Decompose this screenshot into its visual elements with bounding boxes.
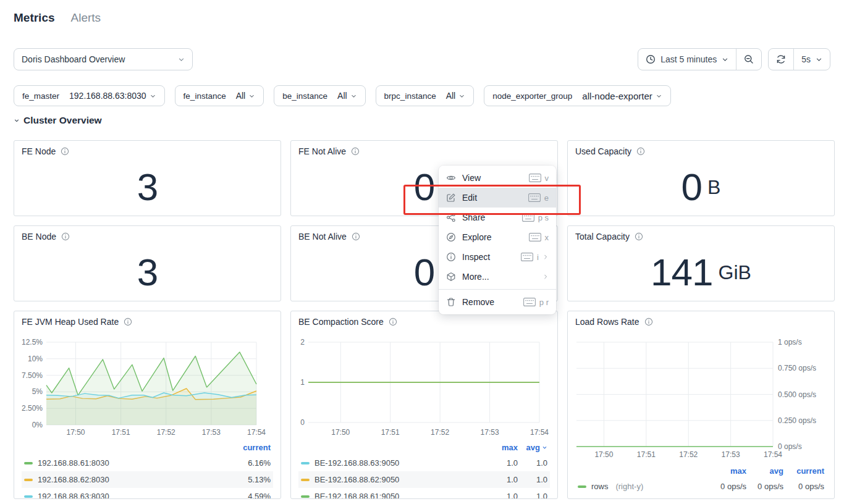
be-compaction-chart[interactable]: 01217:5017:5117:5217:5317:54	[292, 336, 554, 444]
variables-row: fe_master 192.168.88.63:8030 fe_instance…	[14, 85, 671, 106]
zoom-out-button[interactable]	[736, 49, 761, 70]
legend-header-max[interactable]: max	[488, 443, 518, 452]
svg-text:17:52: 17:52	[679, 450, 698, 459]
chevron-right-icon	[542, 254, 549, 260]
variable-value: All	[236, 91, 246, 101]
variable-be-instance[interactable]: be_instance All	[274, 85, 365, 106]
panel-title: BE Not Alive	[298, 232, 347, 242]
variable-name: be_instance	[282, 91, 327, 101]
section-cluster-overview[interactable]: Cluster Overview	[14, 115, 102, 126]
legend-row[interactable]: BE-192.168.88.61:9050 1.0 1.0	[298, 488, 550, 499]
menu-item-explore[interactable]: Explore x	[439, 227, 556, 247]
time-range-label: Last 5 minutes	[660, 54, 717, 64]
stat-value: 3	[137, 253, 158, 292]
svg-text:12.5%: 12.5%	[22, 338, 43, 346]
tab-metrics[interactable]: Metrics	[14, 11, 55, 25]
legend-row[interactable]: 192.168.88.62:8030 5.13%	[22, 471, 273, 488]
svg-text:0.750 ops/s: 0.750 ops/s	[778, 364, 816, 372]
svg-text:0: 0	[300, 418, 305, 427]
info-icon[interactable]	[636, 147, 645, 156]
menu-item-label: Explore	[462, 232, 491, 242]
series-label: BE-192.168.88.62:9050	[314, 475, 399, 484]
fe-jvm-heap-chart[interactable]: 0%2.50%5%7.50%10%12.5%17:5017:5117:5217:…	[15, 336, 277, 444]
legend-row[interactable]: BE-192.168.88.62:9050 1.0 1.0	[298, 471, 550, 488]
series-label: BE-192.168.88.63:9050	[314, 458, 399, 468]
panel-title: Total Capacity	[575, 232, 630, 242]
legend-header-avg[interactable]: avg	[746, 466, 783, 476]
svg-text:17:54: 17:54	[247, 428, 266, 437]
variable-fe-master[interactable]: fe_master 192.168.88.63:8030	[14, 85, 165, 106]
series-label: BE-192.168.88.61:9050	[314, 492, 399, 499]
series-swatch	[301, 495, 310, 498]
shortcut-key: i	[537, 253, 539, 262]
tab-alerts[interactable]: Alerts	[71, 11, 101, 25]
variable-value: all-node-exporter	[582, 91, 652, 101]
info-icon[interactable]	[61, 232, 70, 241]
legend-row[interactable]: 192.168.88.63:8030 4.59%	[22, 488, 273, 499]
info-icon[interactable]	[351, 147, 360, 156]
legend-row[interactable]: BE-192.168.88.63:9050 1.0 1.0	[298, 455, 550, 471]
stat-unit: GiB	[719, 262, 751, 282]
legend-row[interactable]: 192.168.88.61:8030 6.16%	[22, 455, 273, 471]
chevron-down-icon	[816, 56, 822, 63]
svg-text:17:53: 17:53	[481, 428, 499, 437]
clock-icon	[646, 54, 656, 64]
svg-text:17:52: 17:52	[157, 428, 175, 437]
svg-text:17:53: 17:53	[202, 428, 221, 437]
chevron-down-icon	[14, 117, 20, 124]
info-icon[interactable]	[389, 317, 397, 326]
info-icon[interactable]	[644, 317, 653, 326]
dashboard-select[interactable]: Doris Dashboard Overview	[14, 48, 193, 70]
keyboard-icon	[529, 233, 541, 242]
refresh-interval-label: 5s	[801, 54, 811, 64]
series-value: 1.0	[488, 458, 518, 468]
series-swatch	[24, 462, 33, 464]
svg-text:7.50%: 7.50%	[22, 371, 43, 380]
refresh-group: 5s	[768, 48, 830, 70]
keyboard-icon	[521, 253, 533, 261]
variable-value: 192.168.88.63:8030	[69, 91, 146, 101]
refresh-interval-picker[interactable]: 5s	[793, 49, 830, 70]
info-icon[interactable]	[352, 232, 360, 241]
variable-value: All	[337, 91, 347, 101]
menu-item-share[interactable]: Share p s	[439, 208, 556, 227]
zoom-out-icon	[744, 54, 754, 64]
time-range-picker[interactable]: Last 5 minutes	[638, 49, 736, 70]
legend-header-current[interactable]: current	[227, 443, 271, 452]
legend-header-avg[interactable]: avg	[518, 443, 547, 452]
info-icon[interactable]	[635, 232, 643, 241]
menu-item-label: Inspect	[462, 252, 490, 262]
stat-value: 0	[682, 168, 702, 206]
menu-item-edit[interactable]: Edit e	[439, 188, 556, 208]
panel-title: Load Rows Rate	[575, 317, 639, 327]
menu-item-inspect[interactable]: Inspect i	[439, 247, 556, 267]
legend-header-current[interactable]: current	[783, 466, 824, 476]
info-icon[interactable]	[61, 147, 69, 156]
refresh-button[interactable]	[769, 49, 793, 70]
svg-text:17:54: 17:54	[764, 450, 782, 459]
variable-node-exporter-group[interactable]: node_exporter_group all-node-exporter	[484, 85, 671, 106]
chevron-right-icon	[542, 274, 549, 280]
load-rows-rate-chart[interactable]: 0 ops/s0.250 ops/s0.500 ops/s0.750 ops/s…	[569, 336, 835, 466]
menu-item-remove[interactable]: Remove p r	[439, 292, 556, 312]
menu-item-more[interactable]: More...	[439, 267, 556, 287]
svg-text:1: 1	[300, 378, 305, 387]
keyboard-icon	[528, 193, 541, 202]
stat-value: 0	[414, 168, 434, 206]
panel-used-capacity: Used Capacity 0B	[567, 140, 835, 216]
series-value: 1.0	[518, 475, 547, 484]
variable-fe-instance[interactable]: fe_instance All	[175, 85, 264, 106]
keyboard-icon	[529, 174, 541, 182]
menu-item-view[interactable]: View v	[439, 168, 556, 188]
variable-brpc-instance[interactable]: brpc_instance All	[376, 85, 475, 106]
series-swatch	[24, 495, 33, 498]
top-nav: Metrics Alerts	[14, 11, 101, 25]
section-title: Cluster Overview	[23, 115, 102, 126]
info-icon[interactable]	[124, 317, 132, 326]
compass-icon	[446, 232, 456, 242]
series-value: 1.0	[518, 458, 547, 468]
legend-header-max[interactable]: max	[703, 466, 746, 476]
variable-name: fe_master	[22, 91, 59, 101]
legend-row[interactable]: rows(right-y) 0 ops/s 0 ops/s 0 ops/s	[575, 478, 827, 495]
chevron-down-icon	[656, 93, 662, 99]
